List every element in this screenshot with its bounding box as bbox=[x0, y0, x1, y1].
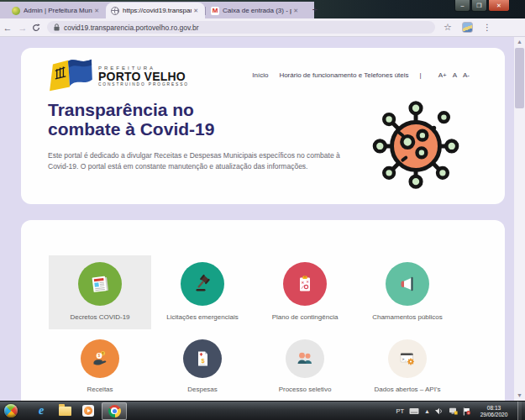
tray-expand-icon[interactable]: ▲ bbox=[424, 408, 430, 414]
tab-close-icon[interactable]: ✕ bbox=[192, 8, 200, 14]
show-desktop-button[interactable] bbox=[517, 402, 522, 420]
logo-tagline: CONSTRUINDO PROGRESSO bbox=[98, 82, 189, 87]
newspaper-icon bbox=[89, 273, 111, 295]
media-player-icon[interactable] bbox=[76, 402, 100, 420]
service-chamamentos-publicos[interactable]: Chamamentos públicos bbox=[356, 255, 459, 329]
keyboard-icon[interactable] bbox=[409, 407, 419, 415]
service-circle bbox=[286, 339, 324, 378]
service-dados-abertos-apis[interactable]: >_ bbox=[356, 333, 459, 401]
logo-text: PREFEITURA PORTO VELHO CONSTRUINDO PROGR… bbox=[98, 66, 189, 87]
font-decrease-button[interactable]: A- bbox=[463, 71, 470, 79]
nav-separator: | bbox=[420, 71, 422, 79]
service-label: Processo seletivo bbox=[279, 386, 332, 393]
desktop-screen: Admin | Prefeitura Municipal de ✕ https:… bbox=[0, 0, 525, 420]
service-decretos-covid19[interactable]: Decretos COVID-19 bbox=[49, 255, 151, 329]
megaphone-icon bbox=[396, 273, 418, 295]
maximize-button[interactable]: ❐ bbox=[471, 0, 487, 12]
flag-icon bbox=[46, 57, 95, 94]
bookmark-star-icon[interactable]: ☆ bbox=[444, 22, 452, 33]
volume-icon[interactable] bbox=[435, 407, 444, 415]
service-label: Chamamentos públicos bbox=[372, 313, 443, 321]
tab-admin[interactable]: Admin | Prefeitura Municipal de ✕ bbox=[7, 3, 106, 18]
minimize-button[interactable]: – bbox=[454, 0, 470, 12]
service-label: Plano de contingência bbox=[272, 313, 339, 321]
service-label: Despesas bbox=[187, 386, 218, 393]
service-circle: $ $ bbox=[81, 339, 119, 378]
clock-time: 08:13 bbox=[475, 405, 512, 412]
chrome-icon bbox=[108, 405, 121, 417]
taskbar-icons: e bbox=[29, 402, 127, 420]
service-licitacoes-emergenciais[interactable]: Licitações emergenciais bbox=[151, 255, 254, 329]
page-viewport: PREFEITURA PORTO VELHO CONSTRUINDO PROGR… bbox=[0, 37, 525, 401]
browser-toolbar: ← → covid19.transparencia.portovelho.ro.… bbox=[0, 18, 525, 37]
forward-icon[interactable]: → bbox=[15, 23, 30, 33]
logo-main-line: PORTO VELHO bbox=[98, 71, 189, 82]
service-label: Decretos COVID-19 bbox=[70, 313, 129, 321]
font-reset-button[interactable]: A bbox=[453, 71, 457, 79]
tab-title: Caixa de entrada (3) - prefeitura bbox=[223, 7, 291, 14]
back-icon[interactable]: ← bbox=[0, 23, 15, 33]
page-scrollbar[interactable]: ▲ ▼ bbox=[514, 37, 525, 401]
browser-titlebar: Admin | Prefeitura Municipal de ✕ https:… bbox=[0, 0, 525, 18]
tab-close-icon[interactable]: ✕ bbox=[92, 8, 101, 14]
service-label: Dados abertos – API's bbox=[375, 386, 441, 393]
hero-description: Este portal é dedicado a divulgar Receit… bbox=[48, 150, 340, 172]
svg-text:✕: ✕ bbox=[468, 412, 470, 415]
browser-menu-icon[interactable]: ⋮ bbox=[483, 23, 491, 32]
services-row-2: $ $ Receitas bbox=[49, 333, 505, 401]
services-row-1: Decretos COVID-19 bbox=[49, 255, 505, 329]
new-tab-button[interactable]: + bbox=[307, 3, 323, 18]
nav-link-horario[interactable]: Horário de funcionamento e Telefones úte… bbox=[279, 71, 408, 79]
profile-avatar[interactable] bbox=[462, 22, 473, 33]
clipboard-icon: ✕ ✕ bbox=[294, 273, 316, 295]
hero-text-block: Transparência no combate à Covid-19 Este… bbox=[48, 100, 350, 172]
globe-icon bbox=[111, 7, 119, 15]
url-text[interactable]: covid19.transparencia.portovelho.ro.gov.… bbox=[64, 24, 199, 32]
start-button[interactable] bbox=[4, 404, 18, 417]
lock-icon bbox=[54, 24, 60, 31]
hero-card: PREFEITURA PORTO VELHO CONSTRUINDO PROGR… bbox=[21, 48, 505, 204]
gavel-icon bbox=[192, 273, 213, 295]
close-button[interactable]: ✕ bbox=[488, 0, 510, 12]
clock-date: 29/06/2020 bbox=[475, 412, 512, 418]
font-size-controls: A+ A A- bbox=[433, 71, 470, 79]
tab-gmail-inbox[interactable]: M Caixa de entrada (3) - prefeitura ✕ bbox=[206, 3, 305, 18]
system-tray: PT ▲ ✕ 08:13 29/0 bbox=[391, 402, 522, 420]
scrollbar-thumb[interactable] bbox=[515, 48, 524, 108]
service-processo-seletivo[interactable]: Processo seletivo bbox=[254, 333, 356, 401]
site-header: PREFEITURA PORTO VELHO CONSTRUINDO PROGR… bbox=[46, 55, 480, 97]
action-center-flag-icon[interactable]: ✕ bbox=[463, 407, 470, 416]
service-plano-de-contingencia[interactable]: ✕ ✕ Plano de contingência bbox=[254, 255, 356, 329]
tab-list: Admin | Prefeitura Municipal de ✕ https:… bbox=[7, 3, 323, 18]
svg-text:$: $ bbox=[98, 353, 101, 358]
taskbar-clock[interactable]: 08:13 29/06/2020 bbox=[475, 405, 512, 418]
nav-link-inicio[interactable]: Início bbox=[252, 71, 268, 79]
service-circle bbox=[78, 262, 122, 306]
tab-title: Admin | Prefeitura Municipal de bbox=[24, 7, 92, 14]
chrome-taskbar-button[interactable] bbox=[102, 402, 127, 420]
address-bar[interactable]: covid19.transparencia.portovelho.ro.gov.… bbox=[47, 21, 435, 34]
scroll-down-icon[interactable]: ▼ bbox=[514, 391, 525, 401]
scroll-up-icon[interactable]: ▲ bbox=[514, 37, 525, 47]
window-controls: – ❐ ✕ bbox=[454, 0, 510, 12]
service-circle: $ bbox=[183, 339, 222, 378]
hero-section: Transparência no combate à Covid-19 Este… bbox=[48, 100, 480, 172]
tab-covid19-portal[interactable]: https://covid19.transparencia.po ✕ bbox=[106, 3, 205, 18]
service-label: Receitas bbox=[87, 386, 113, 393]
font-increase-button[interactable]: A+ bbox=[438, 71, 447, 79]
language-indicator[interactable]: PT bbox=[396, 407, 404, 415]
service-despesas[interactable]: $ Despesas bbox=[151, 333, 254, 401]
reload-icon[interactable] bbox=[32, 24, 40, 32]
file-explorer-icon[interactable] bbox=[53, 402, 76, 420]
prefeitura-logo[interactable]: PREFEITURA PORTO VELHO CONSTRUINDO PROGR… bbox=[46, 57, 189, 94]
service-circle bbox=[386, 262, 429, 306]
gmail-icon: M bbox=[211, 7, 219, 15]
service-receitas[interactable]: $ $ Receitas bbox=[49, 333, 151, 401]
network-icon[interactable] bbox=[449, 407, 458, 415]
toolbar-right: ☆ ⋮ bbox=[444, 22, 491, 33]
service-label: Licitações emergenciais bbox=[166, 313, 238, 321]
service-circle bbox=[181, 262, 224, 306]
service-circle: ✕ ✕ bbox=[283, 262, 327, 306]
tab-close-icon[interactable]: ✕ bbox=[291, 8, 300, 14]
internet-explorer-icon[interactable]: e bbox=[29, 402, 53, 420]
